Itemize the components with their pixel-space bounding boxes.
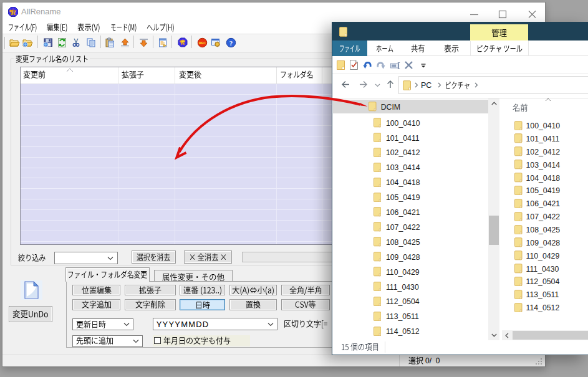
svg-text:?: ?	[229, 39, 233, 46]
svg-text:REC: REC	[199, 41, 206, 45]
svg-text:R: R	[10, 7, 16, 17]
